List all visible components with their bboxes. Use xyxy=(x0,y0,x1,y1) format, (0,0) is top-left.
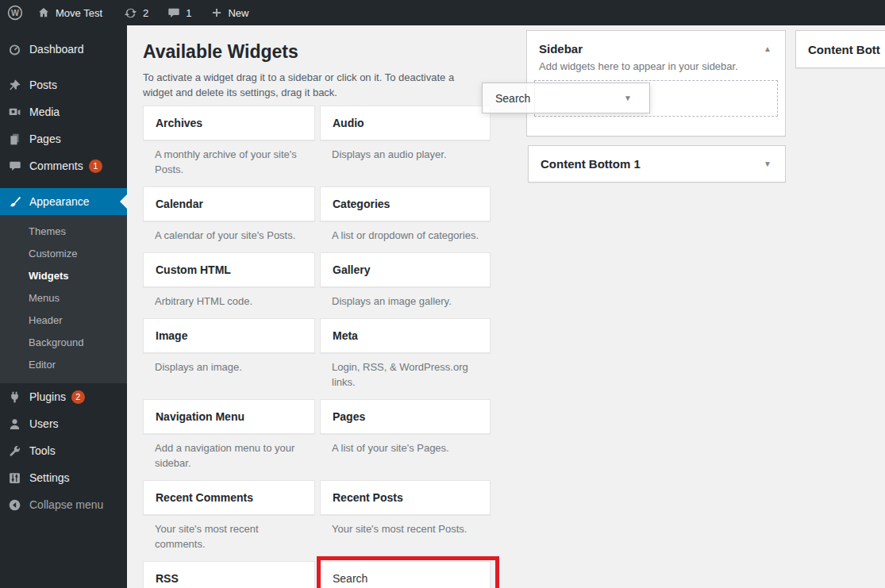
wrench-icon xyxy=(0,444,29,458)
widget-card-navigation-menu[interactable]: Navigation Menu xyxy=(143,399,315,434)
updates-icon xyxy=(124,6,137,20)
widget-card-rss[interactable]: RSS xyxy=(143,561,315,588)
sidebar-item-dashboard[interactable]: Dashboard xyxy=(0,36,127,63)
submenu-item-menus[interactable]: Menus xyxy=(0,287,127,309)
sidebar-item-appearance[interactable]: Appearance xyxy=(0,188,127,215)
dashboard-icon xyxy=(0,43,29,56)
widget-card-image[interactable]: Image xyxy=(143,318,315,353)
submenu-item-editor[interactable]: Editor xyxy=(0,354,127,376)
submenu-item-customize[interactable]: Customize xyxy=(0,243,127,265)
submenu-item-header[interactable]: Header xyxy=(0,309,127,332)
content-bottom-2-title: Content Bott xyxy=(808,43,885,56)
plus-icon xyxy=(211,7,222,18)
widget-desc: A calendar of your site's Posts. xyxy=(155,228,303,243)
available-widgets-description: To activate a widget drag it to a sideba… xyxy=(143,70,476,100)
widget-card-calendar[interactable]: Calendar xyxy=(143,186,315,221)
widget-card-archives[interactable]: Archives xyxy=(143,106,315,140)
widgets-page: Available Widgets To activate a widget d… xyxy=(127,25,885,588)
user-icon xyxy=(0,417,29,431)
wordpress-logo-menu[interactable]: W xyxy=(0,0,30,25)
submenu-item-background[interactable]: Background xyxy=(0,332,127,354)
submenu-item-themes[interactable]: Themes xyxy=(0,221,127,243)
collapse-down-icon[interactable]: ▼ xyxy=(762,158,773,170)
widget-card-recent-posts[interactable]: Recent Posts xyxy=(320,480,491,515)
admin-bar: W Move Test 2 1 New xyxy=(0,0,885,25)
comments-link[interactable]: 1 xyxy=(160,0,198,25)
widget-card-audio[interactable]: Audio xyxy=(320,106,491,140)
wordpress-logo-icon: W xyxy=(7,5,23,21)
sidebar-item-comments[interactable]: Comments 1 xyxy=(0,152,127,179)
admin-menu: Dashboard Posts Media Pages Comments 1 A… xyxy=(0,25,127,588)
plugins-count-badge: 2 xyxy=(71,390,85,404)
new-label: New xyxy=(228,7,248,19)
collapse-up-icon[interactable]: ▲ xyxy=(762,43,773,55)
dragged-search-widget[interactable]: Search ▼ xyxy=(482,83,650,113)
home-icon xyxy=(37,6,50,19)
settings-sliders-icon xyxy=(0,471,29,485)
comment-bubble-icon xyxy=(167,6,180,19)
widget-desc: A monthly archive of your site's Posts. xyxy=(155,147,303,177)
comments-icon xyxy=(0,159,29,172)
pages-icon xyxy=(0,133,29,146)
sidebar-item-pages[interactable]: Pages xyxy=(0,125,127,152)
widget-card-gallery[interactable]: Gallery xyxy=(320,252,491,287)
chevron-down-icon: ▼ xyxy=(624,94,632,102)
current-menu-arrow xyxy=(120,194,127,209)
widget-card-recent-comments[interactable]: Recent Comments xyxy=(143,480,315,515)
widget-card-categories[interactable]: Categories xyxy=(320,186,491,221)
appearance-submenu: Themes Customize Widgets Menus Header Ba… xyxy=(0,215,127,383)
brush-icon xyxy=(0,195,29,209)
sidebar-item-settings[interactable]: Settings xyxy=(0,464,127,491)
plugin-icon xyxy=(0,390,29,404)
submenu-item-widgets[interactable]: Widgets xyxy=(0,265,127,287)
widget-desc: Your site's most recent comments. xyxy=(155,521,303,551)
widget-desc: Displays an audio player. xyxy=(332,147,479,162)
widget-desc: Displays an image. xyxy=(155,359,303,375)
widget-card-meta[interactable]: Meta xyxy=(320,318,491,353)
widget-desc: Add a navigation menu to your sidebar. xyxy=(155,440,303,471)
content-bottom-1-title: Content Bottom 1 xyxy=(541,157,762,171)
widget-desc: Displays an image gallery. xyxy=(332,294,479,309)
dragged-widget-label: Search xyxy=(495,92,530,105)
sidebar-item-plugins[interactable]: Plugins 2 xyxy=(0,383,127,410)
svg-text:W: W xyxy=(11,8,19,17)
collapse-arrow-icon xyxy=(0,498,29,512)
media-icon xyxy=(0,106,29,119)
sidebar-panel-description: Add widgets here to appear in your sideb… xyxy=(539,60,773,72)
available-widgets-grid: ArchivesA monthly archive of your site's… xyxy=(143,106,491,588)
widget-desc: Login, RSS, & WordPress.org links. xyxy=(332,359,479,390)
site-name-label: Move Test xyxy=(56,7,102,19)
widget-desc: Arbitrary HTML code. xyxy=(155,294,303,309)
content-bottom-2-panel: Content Bott xyxy=(795,30,885,68)
widget-card-custom-html[interactable]: Custom HTML xyxy=(143,252,315,287)
collapse-menu-button[interactable]: Collapse menu xyxy=(0,491,127,518)
new-content-link[interactable]: New xyxy=(204,0,256,25)
site-name-link[interactable]: Move Test xyxy=(30,0,110,25)
sidebar-panel-title: Sidebar xyxy=(539,42,762,56)
sidebar-item-tools[interactable]: Tools xyxy=(0,437,127,464)
widget-card-search[interactable]: Search xyxy=(320,561,491,588)
sidebar-item-posts[interactable]: Posts xyxy=(0,71,127,98)
pushpin-icon xyxy=(0,79,29,92)
updates-count: 2 xyxy=(143,7,148,19)
comments-count: 1 xyxy=(186,7,191,19)
widget-card-pages[interactable]: Pages xyxy=(320,399,491,434)
comments-count-badge: 1 xyxy=(89,159,102,173)
sidebar-item-users[interactable]: Users xyxy=(0,410,127,437)
sidebar-item-media[interactable]: Media xyxy=(0,98,127,125)
widget-desc: A list of your site's Pages. xyxy=(332,440,479,455)
widget-desc: Your site's most recent Posts. xyxy=(332,521,479,536)
updates-link[interactable]: 2 xyxy=(117,0,156,25)
widget-desc: A list or dropdown of categories. xyxy=(332,228,479,243)
content-bottom-1-panel: Content Bottom 1 ▼ xyxy=(528,145,786,183)
